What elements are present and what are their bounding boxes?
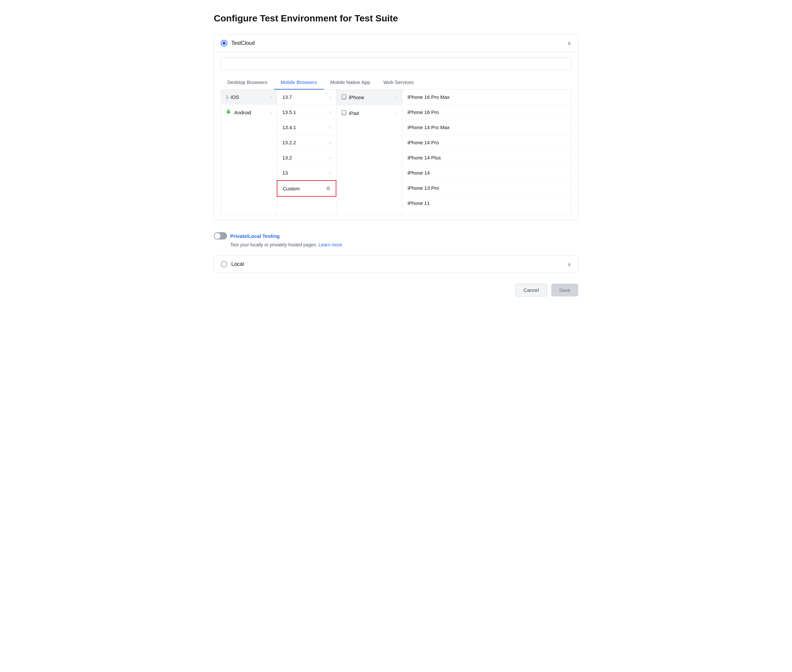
version-13.2.2-chevron: ›	[330, 140, 331, 145]
private-testing-header: Private/Local Testing	[214, 232, 578, 240]
iphone-icon	[342, 94, 346, 101]
cancel-button[interactable]: Cancel	[515, 284, 547, 296]
version-13.4.1-chevron: ›	[330, 125, 331, 130]
local-chevron: ∨	[567, 261, 571, 267]
testcloud-radio[interactable]	[221, 40, 227, 46]
iphone-chevron: ›	[395, 95, 397, 100]
testcloud-header-left: TestCloud	[221, 40, 254, 46]
local-label: Local	[231, 261, 244, 267]
device-column: iPhone › iPad ›	[336, 90, 402, 214]
version-item-13.2.2[interactable]: 13.2.2 ›	[277, 135, 336, 150]
version-item-13[interactable]: 13 ›	[277, 165, 336, 181]
tab-web-services[interactable]: Web Services	[377, 75, 420, 90]
testcloud-chevron: ∧	[567, 40, 571, 46]
os-item-ios[interactable]:  iOS ›	[221, 90, 277, 105]
android-icon	[226, 109, 232, 116]
tab-desktop-browsers[interactable]: Desktop Browsers	[221, 75, 274, 90]
local-radio[interactable]	[221, 261, 227, 267]
private-testing-label: Private/Local Testing	[230, 233, 280, 239]
ipad-icon	[342, 110, 346, 116]
private-testing-section: Private/Local Testing Test your locally …	[214, 227, 578, 253]
android-chevron: ›	[270, 110, 272, 115]
tab-bar: Desktop Browsers Mobile Browsers Mobile …	[221, 75, 571, 90]
testcloud-label: TestCloud	[231, 40, 254, 46]
model-item-iphone16promax[interactable]: iPhone 16 Pro Max	[402, 90, 571, 105]
version-item-custom[interactable]: Custom ⚙	[277, 180, 336, 197]
version-item-13.4.1[interactable]: 13.4.1 ›	[277, 120, 336, 135]
device-item-ipad[interactable]: iPad ›	[336, 106, 402, 121]
private-testing-description: Test your locally or privately hosted pa…	[230, 242, 578, 247]
model-item-iphone13pro[interactable]: iPhone 13 Pro	[402, 181, 571, 196]
apple-icon: 	[226, 94, 228, 100]
page-title: Configure Test Environment for Test Suit…	[214, 13, 578, 24]
testcloud-header[interactable]: TestCloud ∧	[214, 35, 578, 52]
local-header-left: Local	[221, 261, 244, 267]
model-item-iphone16pro[interactable]: iPhone 16 Pro	[402, 105, 571, 120]
model-column: iPhone 16 Pro Max iPhone 16 Pro iPhone 1…	[402, 90, 571, 214]
model-item-iphone11[interactable]: iPhone 11	[402, 196, 571, 211]
learn-more-link[interactable]: Learn more.	[318, 242, 343, 247]
version-item-13.5.1[interactable]: 13.5.1 ›	[277, 105, 336, 120]
model-item-iphone14[interactable]: iPhone 14	[402, 165, 571, 181]
version-item-13.7[interactable]: 13.7 ›	[277, 90, 336, 105]
local-section: Local ∨	[214, 255, 578, 273]
version-13.7-chevron: ›	[330, 94, 331, 99]
testcloud-content: Desktop Browsers Mobile Browsers Mobile …	[214, 52, 578, 220]
os-column:  iOS › Android ›	[221, 90, 277, 214]
svg-rect-3	[344, 114, 345, 115]
model-item-iphone14pro[interactable]: iPhone 14 Pro	[402, 135, 571, 150]
version-13-chevron: ›	[330, 170, 331, 175]
version-13.5.1-chevron: ›	[330, 110, 331, 115]
tab-mobile-browsers[interactable]: Mobile Browsers	[274, 75, 324, 90]
tab-mobile-native-app[interactable]: Mobile Native App	[324, 75, 377, 90]
os-item-android[interactable]: Android ›	[221, 105, 277, 120]
model-item-iphone14plus[interactable]: iPhone 14 Plus	[402, 150, 571, 165]
device-item-iphone[interactable]: iPhone ›	[336, 90, 402, 106]
local-header[interactable]: Local ∨	[214, 256, 578, 273]
testcloud-section: TestCloud ∧ Desktop Browsers Mobile Brow…	[214, 34, 578, 220]
svg-rect-0	[342, 94, 346, 99]
version-column: 13.7 › 13.5.1 › 13.4.1 › 13.2.2 › 13.2	[277, 90, 336, 214]
version-13.2-chevron: ›	[330, 155, 331, 160]
gear-icon: ⚙	[326, 186, 330, 191]
search-input[interactable]	[221, 57, 571, 70]
private-testing-toggle[interactable]	[214, 232, 227, 240]
save-button[interactable]: Save	[551, 284, 578, 296]
version-item-13.2[interactable]: 13.2 ›	[277, 150, 336, 165]
svg-rect-2	[342, 110, 346, 115]
ios-chevron: ›	[270, 94, 272, 99]
ipad-chevron: ›	[395, 111, 397, 116]
footer-buttons: Cancel Save	[214, 284, 578, 296]
model-item-iphone14promax[interactable]: iPhone 14 Pro Max	[402, 120, 571, 135]
picker-container:  iOS › Android ›	[221, 90, 571, 215]
